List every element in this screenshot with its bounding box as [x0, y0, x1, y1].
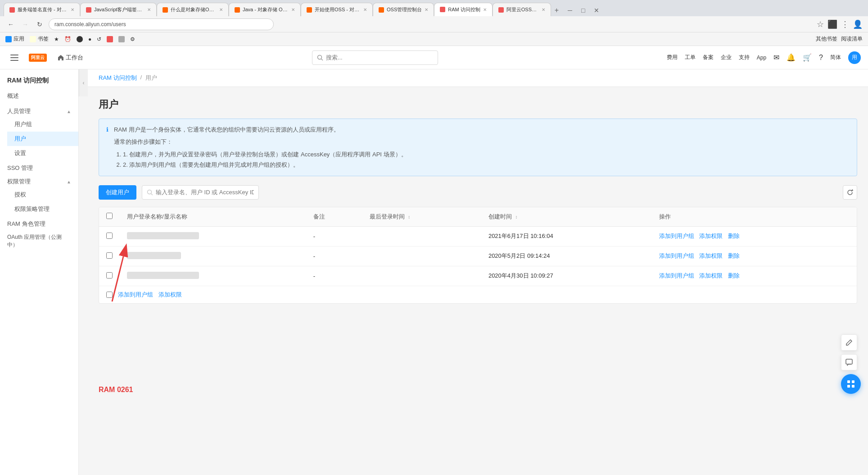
aliyun-logo[interactable]: 阿里云 — [29, 54, 47, 62]
action-help-icon[interactable]: ? — [819, 54, 823, 62]
global-search-box[interactable] — [312, 50, 438, 65]
sidebar-section-ram-role[interactable]: RAM 角色管理 — [0, 216, 78, 230]
float-edit-btn[interactable] — [841, 334, 857, 351]
collapse-permission-icon: ▲ — [67, 179, 71, 184]
user-avatar[interactable]: 用 — [848, 51, 861, 64]
sidebar-item-auth[interactable]: 授权 — [7, 187, 78, 202]
bookmark-refresh[interactable]: ↺ — [97, 36, 101, 42]
tab-2[interactable]: JavaScript客户端签名直... ✕ — [80, 3, 157, 16]
forward-btn[interactable]: → — [20, 19, 31, 30]
header-actions: 费用 工单 备案 企业 支持 App ✉ 🔔 🛒 ? 简体 用 — [667, 51, 861, 64]
tab-5[interactable]: 开始使用OSS - 对象存储... ✕ — [301, 3, 373, 16]
action-app[interactable]: App — [757, 55, 766, 61]
minimize-btn[interactable]: ─ — [564, 7, 576, 14]
tab-3[interactable]: 什么是对象存储OSS - 对... ✕ — [157, 3, 229, 16]
profile-btn[interactable]: 👤 — [853, 19, 863, 29]
refresh-btn[interactable]: ↻ — [34, 19, 45, 30]
sidebar-section-oauth[interactable]: OAuth 应用管理（公测中） — [0, 230, 78, 251]
row1-delete[interactable]: 删除 — [728, 233, 740, 239]
action-mail-icon[interactable]: ✉ — [773, 53, 779, 62]
tab-7[interactable]: RAM 访问控制 ✕ — [434, 3, 493, 16]
sidebar-collapse-btn[interactable]: ‹ — [79, 69, 88, 96]
sidebar-item-policy[interactable]: 权限策略管理 — [7, 202, 78, 216]
action-language[interactable]: 简体 — [830, 54, 841, 61]
row1-add-group[interactable]: 添加到用户组 — [659, 233, 694, 239]
bookmark-clock[interactable]: ⏰ — [64, 36, 71, 42]
tab-8[interactable]: 阿里云OSS能... ✕ — [493, 3, 551, 16]
user-search-field[interactable] — [142, 185, 259, 200]
address-bar[interactable]: ram.console.aliyun.com/users — [49, 18, 274, 30]
bookmark-other[interactable]: 其他书签 — [816, 35, 837, 43]
close-window-btn[interactable]: ✕ — [590, 7, 603, 14]
created-sort-icon[interactable]: ↕ — [515, 215, 518, 219]
action-bell-icon[interactable]: 🔔 — [787, 53, 796, 62]
bookmark-circle[interactable]: ● — [88, 36, 91, 42]
row1-add-perm[interactable]: 添加权限 — [699, 233, 723, 239]
new-tab-btn[interactable]: + — [553, 6, 561, 14]
tab-close-2[interactable]: ✕ — [147, 7, 151, 12]
action-support[interactable]: 支持 — [739, 54, 750, 61]
tab-4[interactable]: Java - 对象存储 OSS - 阿... ✕ — [229, 3, 301, 16]
row2-delete[interactable]: 删除 — [728, 252, 740, 259]
sidebar-toggle-btn[interactable] — [7, 50, 22, 65]
bookmark-star[interactable]: ★ — [54, 36, 59, 42]
tab-close-7[interactable]: ✕ — [483, 7, 487, 12]
tab-close-3[interactable]: ✕ — [219, 7, 223, 12]
create-user-btn[interactable]: 创建用户 — [99, 185, 136, 200]
tab-close-4[interactable]: ✕ — [291, 7, 295, 12]
tab-6[interactable]: OSS管理控制台 ✕ — [373, 3, 434, 16]
last-login-sort-icon[interactable]: ↕ — [408, 215, 410, 219]
tab-close-5[interactable]: ✕ — [363, 7, 367, 12]
row2-add-group[interactable]: 添加到用户组 — [659, 252, 694, 259]
row2-checkbox[interactable] — [106, 252, 113, 259]
star-btn[interactable]: ☆ — [817, 19, 824, 29]
row3-add-group[interactable]: 添加到用户组 — [659, 272, 694, 279]
maximize-btn[interactable]: □ — [578, 7, 588, 14]
sidebar-item-user[interactable]: 用户 — [7, 132, 78, 146]
bookmark-apps[interactable]: 应用 — [5, 35, 24, 43]
tab-1[interactable]: 服务端签名直传 - 对象... ✕ — [4, 3, 80, 16]
tab-close-1[interactable]: ✕ — [71, 7, 74, 12]
row3-add-perm[interactable]: 添加权限 — [699, 272, 723, 279]
back-btn[interactable]: ← — [5, 19, 16, 30]
user-search-input[interactable] — [156, 189, 254, 196]
more-btn[interactable]: ⋮ — [841, 19, 849, 29]
bookmark-read[interactable]: 阅读清单 — [841, 35, 863, 43]
float-chat-btn[interactable] — [841, 354, 857, 370]
sidebar-item-overview[interactable]: 概述 — [0, 88, 78, 104]
bookmark-cloud[interactable] — [107, 36, 113, 42]
batch-add-perm[interactable]: 添加权限 — [158, 291, 182, 299]
tab-close-8[interactable]: ✕ — [542, 7, 545, 12]
row2-add-perm[interactable]: 添加权限 — [699, 252, 723, 259]
tab-close-6[interactable]: ✕ — [425, 7, 428, 12]
action-beian[interactable]: 备案 — [703, 54, 714, 61]
workbench-nav[interactable]: 工作台 — [58, 54, 83, 62]
sidebar-section-sso[interactable]: SSO 管理 — [0, 160, 78, 174]
bookmark-books[interactable]: 书签 — [30, 35, 49, 43]
batch-add-group[interactable]: 添加到用户组 — [118, 291, 153, 299]
breadcrumb-current: 用户 — [145, 74, 157, 82]
action-cart-icon[interactable]: 🛒 — [803, 53, 812, 62]
bookmark-play[interactable] — [118, 36, 125, 42]
sidebar-section-people[interactable]: 人员管理 ▲ — [0, 104, 78, 117]
row3-checkbox[interactable] — [106, 272, 113, 279]
float-apps-btn[interactable] — [841, 374, 861, 394]
action-enterprise[interactable]: 企业 — [721, 54, 732, 61]
action-fees[interactable]: 费用 — [667, 54, 678, 61]
row3-delete[interactable]: 删除 — [728, 272, 740, 279]
bookmark-gear[interactable]: ⚙ — [130, 36, 135, 42]
action-ticket[interactable]: 工单 — [685, 54, 696, 61]
extensions-btn[interactable]: ⬛ — [827, 19, 837, 29]
bookmark-github[interactable] — [77, 36, 83, 42]
row1-checkbox[interactable] — [106, 233, 113, 239]
app-body: RAM 访问控制 概述 人员管理 ▲ 用户组 用户 设置 SSO 管理 权限管理… — [0, 69, 868, 475]
right-float-panel — [841, 334, 861, 394]
breadcrumb-parent[interactable]: RAM 访问控制 — [99, 74, 137, 82]
sidebar-item-settings[interactable]: 设置 — [7, 146, 78, 160]
sidebar-section-permission[interactable]: 权限管理 ▲ — [0, 174, 78, 187]
refresh-table-btn[interactable] — [843, 185, 857, 200]
global-search-input[interactable] — [326, 54, 433, 61]
batch-select-checkbox[interactable] — [106, 292, 113, 298]
sidebar-item-usergroup[interactable]: 用户组 — [7, 117, 78, 132]
select-all-checkbox[interactable] — [106, 213, 113, 219]
